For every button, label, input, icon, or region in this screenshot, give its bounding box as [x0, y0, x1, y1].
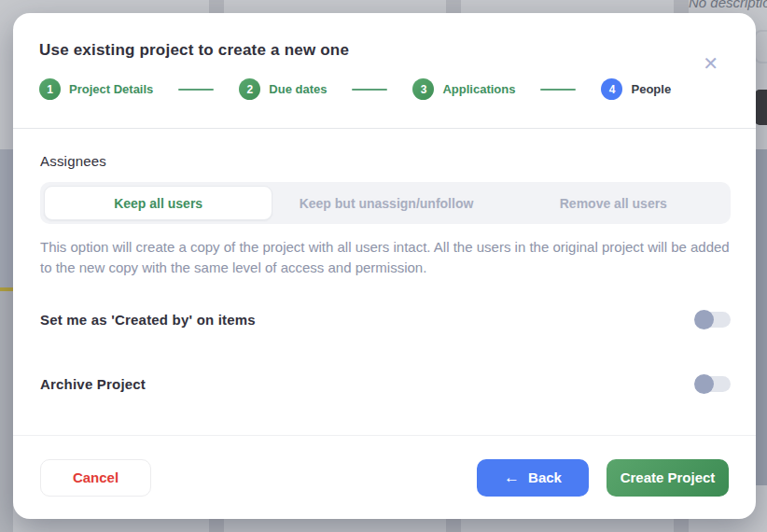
step-due-dates[interactable]: 2 Due dates — [239, 78, 327, 100]
step-applications[interactable]: 3 Applications — [412, 78, 515, 100]
created-by-toggle-label: Set me as 'Created by' on items — [40, 312, 256, 328]
background-scrollbar — [756, 149, 767, 485]
step-number-badge: 4 — [601, 78, 622, 100]
cancel-button[interactable]: Cancel — [40, 459, 151, 497]
create-project-button[interactable]: Create Project — [607, 459, 729, 497]
close-icon[interactable]: ✕ — [703, 54, 718, 73]
background-button-outline — [754, 30, 767, 63]
step-label: Applications — [442, 82, 515, 96]
step-number-badge: 3 — [412, 78, 434, 100]
archive-project-toggle[interactable] — [695, 376, 731, 392]
back-arrow-icon: ← — [504, 469, 520, 485]
segment-remove-all-users[interactable]: Remove all users — [500, 186, 727, 220]
step-number-badge: 2 — [239, 78, 260, 100]
background-card-edge — [0, 149, 13, 289]
assignees-description: This option will create a copy of the pr… — [40, 237, 738, 278]
step-connector — [540, 89, 576, 91]
step-project-details[interactable]: 1 Project Details — [39, 78, 153, 100]
back-button-label: Back — [528, 469, 562, 485]
step-people[interactable]: 4 People — [601, 78, 671, 100]
archive-project-toggle-label: Archive Project — [40, 376, 146, 392]
wizard-stepper: 1 Project Details 2 Due dates 3 Applicat… — [39, 78, 730, 128]
created-by-toggle[interactable] — [695, 312, 731, 328]
background-card-edge — [0, 291, 13, 532]
segment-keep-but-unassign[interactable]: Keep but unassign/unfollow — [272, 186, 499, 220]
avatar — [755, 90, 767, 125]
assignees-segmented-control: Keep all users Keep but unassign/unfollo… — [40, 182, 731, 224]
step-label: Project Details — [69, 82, 153, 96]
created-by-toggle-row: Set me as 'Created by' on items — [40, 312, 731, 328]
toggle-knob — [694, 310, 714, 329]
modal-header: Use existing project to create a new one… — [13, 13, 756, 128]
step-label: Due dates — [269, 82, 327, 96]
segment-keep-all-users[interactable]: Keep all users — [44, 186, 272, 220]
background-no-description-text: No descriptio — [689, 0, 767, 10]
modal-title: Use existing project to create a new one — [39, 41, 730, 60]
step-number-badge: 1 — [39, 78, 61, 100]
toggle-knob — [694, 374, 714, 394]
step-label: People — [631, 82, 671, 96]
create-project-modal: Use existing project to create a new one… — [13, 13, 756, 519]
step-connector — [178, 89, 214, 91]
footer-actions: ←Back Create Project — [477, 459, 729, 497]
modal-body: Assignees Keep all users Keep but unassi… — [13, 129, 756, 392]
back-button[interactable]: ←Back — [477, 459, 589, 497]
archive-project-toggle-row: Archive Project — [40, 376, 731, 392]
modal-footer: Cancel ←Back Create Project — [13, 435, 756, 519]
step-connector — [352, 89, 387, 91]
assignees-heading: Assignees — [40, 153, 730, 169]
